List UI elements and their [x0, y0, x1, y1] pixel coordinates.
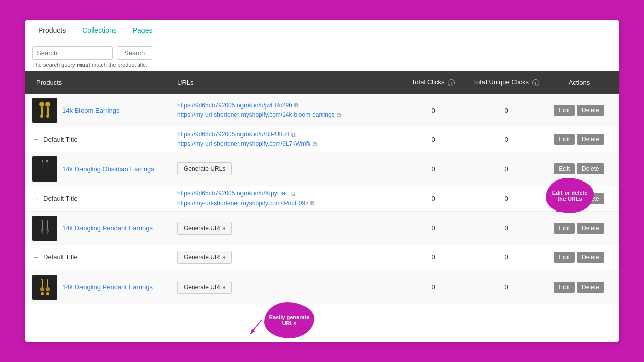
short-url-link[interactable]: https://9d65cb792005.ngrok.io/u/XtpyLiaT [177, 189, 289, 198]
svg-rect-18 [41, 279, 43, 280]
product-info: 14k Dangling Pendant Earrings [32, 270, 173, 304]
svg-rect-19 [47, 279, 48, 280]
product-group-3: 14k Dangling Pendant Earrings Generate U… [25, 212, 619, 270]
copy-icon[interactable]: ⧉ [294, 102, 299, 109]
edit-button[interactable]: Edit [554, 163, 575, 174]
unique-clicks-info-icon: i [532, 79, 539, 86]
table-row: → Default Title Generate URLs 0 0 Edit D… [25, 245, 619, 270]
edit-button[interactable]: Edit [554, 282, 575, 293]
unique-clicks-count: 0 [466, 220, 546, 236]
svg-point-5 [46, 115, 49, 118]
total-clicks-info-icon: i [448, 79, 455, 86]
product-name-link[interactable]: 14k Dangling Pendant Earrings [62, 283, 153, 291]
arrow-right-icon: → [32, 253, 39, 261]
svg-point-4 [40, 115, 43, 118]
copy-icon[interactable]: ⧉ [337, 112, 341, 119]
product-name-link[interactable]: 14k Dangling Obsidian Earrings [62, 165, 154, 173]
svg-point-23 [46, 287, 50, 291]
generate-urls-bubble: Easily generate URLs [264, 302, 314, 338]
col-products: Products [32, 74, 173, 92]
product-thumbnail [32, 275, 57, 300]
svg-point-22 [40, 287, 44, 291]
url-cell: https://9d65cb792005.ngrok.io/u/XtpyLiaT… [173, 186, 400, 211]
svg-rect-7 [46, 160, 48, 162]
edit-button[interactable]: Edit [554, 223, 575, 234]
total-clicks-count: 0 [400, 103, 466, 118]
url-cell: Generate URLs [173, 219, 400, 238]
col-actions: Actions [546, 74, 612, 92]
actions-cell: Edit Delete [546, 189, 612, 208]
total-clicks-count: 0 [400, 161, 466, 177]
generate-urls-button[interactable]: Generate URLs [177, 162, 232, 175]
total-clicks-count: 0 [400, 249, 466, 265]
long-url-link[interactable]: https://my-url-shortener.myshopify.com/t… [177, 199, 308, 208]
tab-bar: Products Collections Pages [25, 20, 619, 41]
product-group-2: 14k Dangling Obsidian Earrings Generate … [25, 152, 619, 211]
actions-cell: Edit Delete [546, 101, 612, 120]
svg-marker-16 [41, 229, 44, 235]
table-row: 14k Dangling Pendant Earrings Generate U… [25, 212, 619, 245]
edit-button[interactable]: Edit [554, 105, 575, 116]
copy-icon[interactable]: ⧉ [291, 190, 295, 197]
url-cell: Generate URLs [173, 248, 400, 267]
delete-button[interactable]: Delete [577, 282, 604, 293]
svg-point-0 [39, 102, 44, 107]
unique-clicks-count: 0 [466, 191, 546, 206]
tab-products[interactable]: Products [30, 20, 74, 41]
long-url-link[interactable]: https://my-url-shortener.myshopify.com/1… [177, 110, 335, 120]
svg-point-24 [41, 292, 44, 295]
svg-rect-13 [47, 220, 48, 221]
search-input[interactable] [32, 46, 113, 60]
product-thumbnail [32, 216, 57, 241]
unique-clicks-count: 0 [466, 249, 546, 265]
edit-button[interactable]: Edit [554, 252, 575, 263]
product-info: 14k Dangling Obsidian Earrings [32, 152, 173, 186]
copy-icon[interactable]: ⧉ [313, 141, 317, 148]
copy-icon[interactable]: ⧉ [291, 131, 296, 138]
long-url-link[interactable]: https://my-url-shortener.myshopify.com/9… [177, 139, 311, 149]
delete-button[interactable]: Delete [577, 134, 604, 145]
actions-cell: Edit Delete [546, 130, 612, 149]
short-url-link[interactable]: https://9d65cb792005.ngrok.io/u/SfPUlFZf [177, 130, 289, 139]
delete-button[interactable]: Delete [577, 252, 604, 263]
search-bar: Search The search query must match the p… [25, 41, 619, 71]
actions-cell: Edit Delete [546, 278, 612, 297]
table-row: → Default Title https://9d65cb792005.ngr… [25, 186, 619, 211]
table-row: → Default Title https://9d65cb792005.ngr… [25, 127, 619, 152]
svg-rect-6 [42, 160, 43, 162]
tab-pages[interactable]: Pages [125, 20, 161, 41]
svg-marker-17 [46, 229, 49, 235]
delete-button[interactable]: Delete [577, 105, 604, 116]
svg-rect-21 [47, 280, 48, 287]
arrow-right-icon: → [32, 195, 39, 203]
delete-button[interactable]: Delete [577, 163, 604, 174]
unique-clicks-count: 0 [466, 132, 546, 147]
table-header: Products URLs Total Clicks i Total Uniqu… [25, 71, 619, 94]
col-urls: URLs [173, 74, 400, 92]
product-thumbnail [32, 156, 57, 182]
svg-point-10 [41, 168, 44, 173]
delete-button[interactable]: Delete [577, 223, 604, 234]
total-clicks-count: 0 [400, 191, 466, 206]
generate-urls-button[interactable]: Generate URLs [177, 281, 232, 294]
svg-line-28 [252, 320, 262, 332]
delete-button[interactable]: Delete [577, 193, 604, 204]
product-name-link[interactable]: 14k Bloom Earrings [62, 107, 119, 114]
generate-urls-button[interactable]: Generate URLs [177, 222, 232, 235]
copy-icon[interactable]: ⧉ [310, 200, 315, 207]
url-cell: https://9d65cb792005.ngrok.io/u/SfPUlFZf… [173, 127, 400, 152]
total-clicks-count: 0 [400, 279, 466, 295]
unique-clicks-count: 0 [466, 279, 546, 295]
svg-rect-14 [42, 221, 43, 229]
generate-urls-button[interactable]: Generate URLs [177, 251, 232, 264]
short-url-link[interactable]: https://9d65cb792005.ngrok.io/u/jwERc29h [177, 101, 292, 110]
tab-collections[interactable]: Collections [74, 20, 124, 41]
product-info: 14k Dangling Pendant Earrings [32, 212, 173, 245]
product-name-link[interactable]: 14k Dangling Pendant Earrings [62, 224, 153, 232]
table-row: 14k Bloom Earrings https://9d65cb792005.… [25, 94, 619, 127]
actions-cell: Edit Delete [546, 159, 612, 178]
search-button[interactable]: Search [117, 46, 152, 60]
actions-cell: Edit Delete [546, 248, 612, 267]
edit-button[interactable]: Edit [554, 134, 575, 145]
edit-button[interactable]: Edit [554, 193, 575, 204]
